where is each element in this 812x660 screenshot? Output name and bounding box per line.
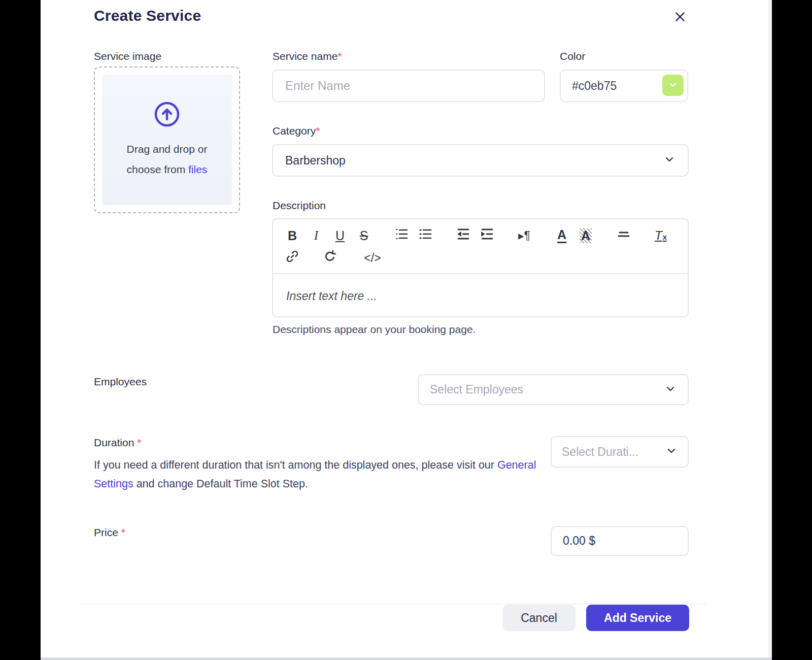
service-name-input[interactable]: [272, 70, 545, 102]
text-color-button[interactable]: A: [554, 227, 570, 244]
undo-button[interactable]: [322, 250, 338, 266]
bullet-list-button[interactable]: [417, 227, 433, 244]
editor-toolbar: B I U S: [273, 219, 688, 269]
highlight-button[interactable]: A: [578, 227, 594, 244]
indent-button[interactable]: [479, 227, 495, 244]
category-value: Barbershop: [285, 154, 663, 168]
outdent-icon: [456, 227, 469, 244]
category-select[interactable]: Barbershop: [272, 144, 689, 177]
bullet-list-icon: [419, 227, 432, 244]
italic-button[interactable]: I: [308, 227, 324, 244]
upload-arrow-icon: [153, 101, 181, 128]
close-icon: [673, 17, 687, 25]
highlight-icon: A: [580, 228, 592, 243]
color-swatch-button[interactable]: [662, 75, 684, 96]
cancel-button[interactable]: Cancel: [502, 605, 576, 631]
chevron-down-icon: [668, 80, 678, 91]
duration-select[interactable]: Select Durati...: [551, 436, 689, 468]
ordered-list-icon: [395, 227, 408, 244]
required-asterisk: *: [316, 125, 320, 137]
footer-divider: [79, 604, 706, 604]
clear-format-button[interactable]: Tx: [653, 227, 669, 244]
add-service-button[interactable]: Add Service: [586, 605, 689, 631]
paragraph-direction-button[interactable]: ▸¶: [516, 227, 532, 244]
dropzone-text-line1: Drag and drop or: [127, 143, 208, 155]
chevron-down-icon: [664, 383, 676, 397]
description-placeholder: Insert text here ...: [286, 289, 377, 303]
chevron-down-icon: [665, 445, 678, 459]
link-button[interactable]: [284, 250, 300, 266]
text-color-icon: A: [557, 228, 566, 243]
line-height-button[interactable]: [615, 227, 631, 244]
employees-label: Employees: [94, 376, 147, 388]
paragraph-direction-icon: ▸¶: [518, 229, 530, 243]
code-view-button[interactable]: </>: [359, 250, 386, 266]
undo-icon: [323, 250, 336, 266]
required-asterisk: *: [337, 50, 342, 62]
lines-icon: [617, 227, 630, 244]
link-icon: [286, 250, 299, 266]
price-input[interactable]: [551, 526, 689, 556]
employees-placeholder: Select Employees: [430, 383, 664, 397]
underline-button[interactable]: U: [332, 227, 348, 244]
required-asterisk: *: [121, 526, 125, 538]
bold-button[interactable]: B: [284, 227, 300, 244]
description-helper-text: Descriptions appear on your booking page…: [273, 323, 476, 336]
duration-placeholder: Select Durati...: [562, 445, 665, 459]
price-label: Price *: [94, 526, 125, 539]
color-label: Color: [560, 50, 585, 62]
dropzone-text-line2: choose from: [127, 163, 188, 175]
strikethrough-button[interactable]: S: [356, 227, 372, 244]
page-title: Create Service: [94, 7, 201, 24]
outdent-button[interactable]: [455, 227, 471, 244]
duration-helper-text: If you need a different duration that is…: [94, 456, 540, 493]
required-asterisk: *: [137, 437, 141, 448]
service-image-label: Service image: [94, 50, 161, 62]
description-editor: B I U S: [272, 218, 689, 317]
description-label: Description: [273, 200, 326, 212]
category-label: Category*: [273, 125, 320, 137]
choose-files-link[interactable]: files: [188, 163, 207, 175]
ordered-list-button[interactable]: [393, 227, 410, 244]
scrollbar-track[interactable]: [768, 0, 772, 660]
description-textarea[interactable]: Insert text here ...: [273, 274, 688, 318]
employees-select[interactable]: Select Employees: [418, 374, 689, 405]
service-name-label: Service name*: [273, 50, 342, 62]
code-icon: </>: [364, 251, 381, 265]
bottom-edge: [41, 657, 772, 660]
duration-label: Duration *: [94, 437, 141, 449]
create-service-modal: Create Service Service image Drag and dr…: [41, 0, 772, 660]
close-button[interactable]: [670, 7, 690, 27]
image-dropzone[interactable]: Drag and drop or choose from files: [94, 67, 240, 213]
clear-format-icon: Tx: [655, 228, 667, 243]
chevron-down-icon: [663, 153, 675, 168]
indent-icon: [480, 227, 493, 244]
